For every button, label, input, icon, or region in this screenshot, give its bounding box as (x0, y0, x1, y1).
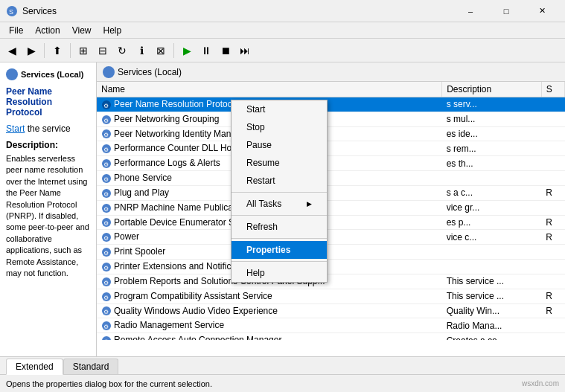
start-service-link[interactable]: Start (6, 123, 25, 134)
export-button[interactable]: ⊟ (94, 42, 112, 60)
service-desc-cell: vice c... (442, 230, 542, 245)
up-button[interactable]: ⬆ (48, 42, 66, 60)
svg-text:⚙: ⚙ (103, 161, 109, 168)
maximize-button[interactable]: □ (489, 0, 523, 22)
ctx-item-pause[interactable]: Pause (232, 136, 327, 154)
svg-text:⚙: ⚙ (103, 324, 109, 330)
menu-view[interactable]: View (66, 24, 98, 37)
service-status-cell (541, 318, 564, 333)
title-bar: S Services – □ ✕ (0, 0, 565, 22)
pause-service-button[interactable]: ⏸ (197, 42, 215, 60)
table-row[interactable]: ⚙Powervice c...R (97, 230, 565, 245)
table-row[interactable]: ⚙Phone Service (97, 171, 565, 186)
back-button[interactable]: ◀ (3, 42, 21, 60)
svg-text:S: S (9, 8, 13, 16)
table-row[interactable]: ⚙Peer Networking Identity Manage...es id… (97, 126, 565, 141)
table-row[interactable]: ⚙Peer Networking Groupings mul... (97, 112, 565, 126)
table-row[interactable]: ⚙Quality Windows Audio Video ExperienceQ… (97, 303, 565, 318)
start-service-link-container: Start the service (6, 123, 90, 134)
service-desc-cell: s mul... (442, 112, 542, 126)
ctx-item-stop[interactable]: Stop (232, 118, 327, 136)
svg-text:⚙: ⚙ (103, 147, 109, 153)
svg-text:⚙: ⚙ (103, 220, 109, 227)
ctx-item-restart[interactable]: Restart (232, 172, 327, 190)
app-icon: S (6, 5, 18, 17)
toolbar-sep-2 (70, 43, 71, 58)
menu-help[interactable]: Help (98, 24, 128, 37)
service-name-cell: ⚙Quality Windows Audio Video Experience (97, 303, 442, 318)
ctx-separator (232, 238, 327, 239)
table-row[interactable]: ⚙Radio Management ServiceRadio Mana... (97, 318, 565, 333)
menu-action[interactable]: Action (29, 24, 66, 37)
service-status-cell (541, 141, 564, 156)
col-status[interactable]: S (541, 82, 564, 97)
table-row[interactable]: ⚙Performance Logs & Alertses th... (97, 156, 565, 171)
ctx-item-help[interactable]: Help (232, 264, 327, 282)
table-row[interactable]: ⚙Program Compatibility Assistant Service… (97, 289, 565, 303)
service-desc-cell: Radio Mana... (442, 318, 542, 333)
ctx-item-properties[interactable]: Properties (232, 241, 327, 259)
status-bar: Opens the properties dialog box for the … (0, 374, 565, 392)
table-row[interactable]: ⚙Portable Device Enumerator Servi...es p… (97, 215, 565, 230)
svg-text:⚙: ⚙ (103, 338, 109, 340)
ctx-item-refresh[interactable]: Refresh (232, 218, 327, 236)
ctx-item-all-tasks[interactable]: All Tasks (232, 195, 327, 213)
service-status-cell: R (541, 185, 564, 200)
description-text: Enables serverless peer name resolution … (6, 153, 90, 279)
table-row[interactable]: ⚙Remote Access Auto Connection ManagerCr… (97, 333, 565, 340)
toolbar-sep-1 (44, 43, 45, 58)
table-row[interactable]: ⚙Print Spooler (97, 245, 565, 260)
refresh-button[interactable]: ↻ (113, 42, 131, 60)
tab-standard[interactable]: Standard (63, 359, 119, 374)
ctx-separator (232, 261, 327, 262)
properties-button[interactable]: ⊠ (152, 42, 170, 60)
ctx-separator (232, 215, 327, 216)
service-status-cell (541, 97, 564, 112)
service-desc-cell: es p... (442, 215, 542, 230)
service-name-cell: ⚙Program Compatibility Assistant Service (97, 289, 442, 303)
watermark: wsxdn.com (522, 379, 559, 388)
selected-service-name: Peer Name Resolution Protocol (6, 86, 90, 118)
col-name[interactable]: Name (97, 82, 442, 97)
restart-service-button[interactable]: ⏭ (236, 42, 254, 60)
window-title: Services (22, 6, 453, 16)
table-row[interactable]: ⚙Plug and Plays a c...R (97, 185, 565, 200)
left-panel-title: Services (Local) (21, 70, 83, 79)
svg-text:⚙: ⚙ (103, 309, 109, 315)
table-row[interactable]: ⚙Performance Counter DLL Hosts rem... (97, 141, 565, 156)
service-status-cell (541, 112, 564, 126)
breadcrumb-bar: Services (Local) (97, 62, 565, 82)
window-controls: – □ ✕ (453, 0, 559, 22)
service-desc-cell: es th... (442, 156, 542, 171)
table-row[interactable]: ⚙Problem Reports and Solutions Control P… (97, 274, 565, 289)
svg-text:⚙: ⚙ (103, 206, 109, 213)
stop-service-button[interactable]: ⏹ (217, 42, 234, 60)
ctx-item-start[interactable]: Start (232, 100, 327, 118)
col-desc[interactable]: Description (442, 82, 542, 97)
svg-point-2 (7, 69, 17, 80)
service-status-cell (541, 156, 564, 171)
service-status-cell (541, 274, 564, 289)
service-status-cell (541, 333, 564, 340)
show-hide-button[interactable]: ⊞ (74, 42, 92, 60)
start-service-button[interactable]: ▶ (178, 42, 196, 60)
service-desc-cell (442, 171, 542, 186)
table-row[interactable]: ⚙PNRP Machine Name Publication ...vice g… (97, 200, 565, 215)
toolbar: ◀ ▶ ⬆ ⊞ ⊟ ↻ ℹ ⊠ ▶ ⏸ ⏹ ⏭ (0, 39, 565, 62)
ctx-item-resume[interactable]: Resume (232, 154, 327, 172)
services-table-container[interactable]: Name Description S ⚙Peer Name Resolution… (97, 82, 565, 340)
service-status-cell: R (541, 215, 564, 230)
forward-button[interactable]: ▶ (22, 42, 40, 60)
minimize-button[interactable]: – (453, 0, 488, 22)
service-desc-cell (442, 260, 542, 274)
svg-text:⚙: ⚙ (103, 235, 109, 242)
table-row[interactable]: ⚙Peer Name Resolution Protocols serv... (97, 97, 565, 112)
tab-extended[interactable]: Extended (6, 359, 63, 375)
main-area: Services (Local) Peer Name Resolution Pr… (0, 62, 565, 356)
close-button[interactable]: ✕ (525, 0, 559, 22)
table-row[interactable]: ⚙Printer Extensions and Notificatio... (97, 260, 565, 274)
service-status-cell (541, 171, 564, 186)
menu-file[interactable]: File (3, 24, 29, 37)
svg-text:⚙: ⚙ (103, 103, 109, 109)
info-button[interactable]: ℹ (133, 42, 150, 60)
